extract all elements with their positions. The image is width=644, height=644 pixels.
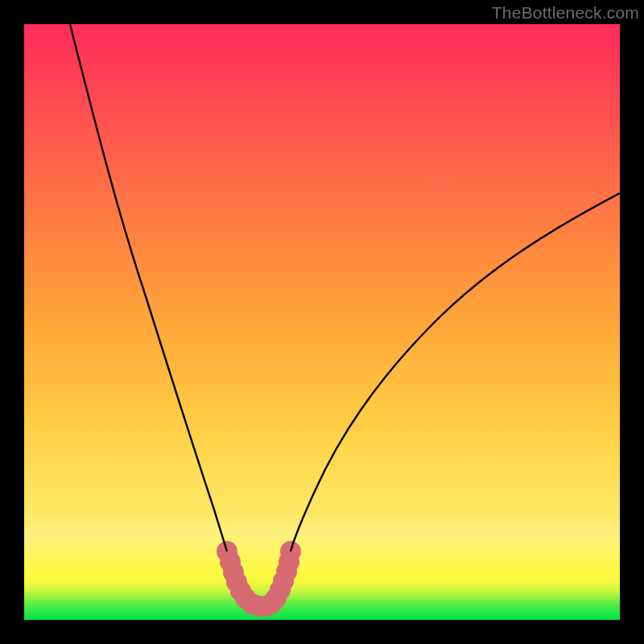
- chart-frame: TheBottleneck.com: [0, 0, 644, 644]
- svg-point-8: [261, 601, 271, 612]
- svg-point-1: [225, 557, 236, 568]
- svg-point-3: [232, 577, 242, 588]
- svg-point-6: [247, 599, 258, 609]
- svg-point-4: [236, 586, 246, 597]
- optimal-band-marker: [222, 547, 296, 612]
- svg-point-9: [266, 599, 277, 609]
- svg-point-14: [284, 557, 295, 568]
- svg-point-0: [222, 547, 233, 557]
- svg-point-2: [229, 568, 239, 578]
- svg-point-11: [275, 585, 286, 596]
- svg-point-12: [279, 576, 289, 587]
- right-ascent-curve: [291, 193, 620, 551]
- svg-point-15: [286, 547, 296, 557]
- chart-svg: [24, 24, 620, 620]
- svg-point-10: [271, 593, 282, 604]
- plot-area: [24, 24, 620, 620]
- left-descent-curve: [70, 24, 227, 551]
- watermark-text: TheBottleneck.com: [492, 3, 639, 23]
- svg-point-13: [282, 567, 292, 577]
- svg-point-7: [254, 601, 265, 612]
- svg-point-5: [241, 593, 251, 604]
